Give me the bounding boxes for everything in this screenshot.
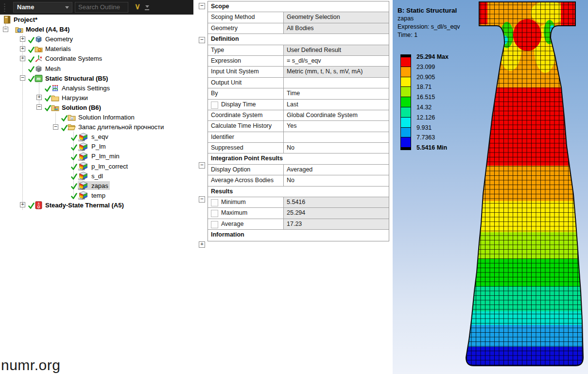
details-value[interactable]: No <box>284 175 389 186</box>
details-value[interactable]: Averaged <box>284 165 389 175</box>
search-outline-input[interactable]: Search Outline <box>75 2 128 13</box>
details-value[interactable]: No <box>284 143 389 153</box>
tree-item-p-lm-correct[interactable]: p_lm_correct <box>0 161 193 171</box>
section-collapse-icon[interactable]: − <box>199 162 205 169</box>
tree-item-project[interactable]: Project* <box>0 15 193 25</box>
tree-item-static-structural-b5[interactable]: −Static Structural (B5) <box>0 73 193 83</box>
tree-item-body[interactable]: Coordinate Systems <box>35 54 104 63</box>
tree-item-temp[interactable]: temp <box>0 190 193 200</box>
tree-item-materials[interactable]: +Materials <box>0 44 193 54</box>
tree-item-solution-b6[interactable]: −Solution (B6) <box>0 102 193 112</box>
section-collapse-icon[interactable]: − <box>199 196 205 203</box>
details-section-header-information[interactable]: Information <box>208 230 389 240</box>
tree-item-body[interactable]: Mesh <box>35 64 62 73</box>
section-collapse-icon[interactable]: − <box>199 37 205 43</box>
details-value[interactable]: 17.23 <box>284 219 389 229</box>
details-value[interactable]: 25.294 <box>284 208 389 218</box>
tree-item-s-dl[interactable]: s_dl <box>0 171 193 181</box>
details-value[interactable]: = s_dl/s_eqv <box>284 56 389 66</box>
expand-icon[interactable]: + <box>20 56 25 61</box>
details-label: Minimum <box>208 197 284 207</box>
expand-icon[interactable]: + <box>20 202 25 207</box>
status-check-icon <box>71 144 77 151</box>
tree-item-body[interactable]: Project* <box>3 16 39 24</box>
checkbox[interactable] <box>211 102 218 109</box>
details-label-text: Average Across Bodies <box>211 177 274 184</box>
tree-item-body[interactable]: Model (A4, B4) <box>15 25 71 34</box>
checkbox[interactable] <box>211 199 218 206</box>
tree-item-steady-state-thermal-a5[interactable]: +Steady-State Thermal (A5) <box>0 200 193 210</box>
tree-item-body[interactable]: zapas <box>78 181 110 190</box>
details-section-header-results[interactable]: Results <box>208 187 389 197</box>
tree-item-solution-information[interactable]: Solution Information <box>0 113 193 122</box>
details-label-text: Type <box>211 47 224 53</box>
tree-item-body[interactable]: Analysis Settings <box>51 84 111 92</box>
tree-item-p-lm-min[interactable]: P_lm_min <box>0 152 193 161</box>
details-section-header-scope[interactable]: Scope <box>208 1 389 12</box>
checkbox[interactable] <box>211 221 218 228</box>
details-row-geometry: GeometryAll Bodies <box>208 23 389 34</box>
tree-item-body[interactable]: Запас длительной прочности <box>68 123 165 132</box>
details-section-header-definition[interactable]: Definition <box>208 34 389 45</box>
section-collapse-icon[interactable]: − <box>199 3 205 9</box>
toolbar-grip-handle[interactable] <box>3 3 6 12</box>
status-check-icon <box>28 47 35 53</box>
tree-item-body[interactable]: Steady-State Thermal (A5) <box>35 201 125 209</box>
details-value[interactable] <box>284 78 389 88</box>
tree-item-zapas[interactable]: zapas <box>0 181 193 190</box>
details-value[interactable]: Geometry Selection <box>284 12 389 22</box>
tree-item-body[interactable]: temp <box>78 191 107 200</box>
details-value[interactable]: 5.5416 <box>284 197 389 207</box>
details-value[interactable]: All Bodies <box>284 23 389 34</box>
details-value[interactable]: Time <box>284 88 389 99</box>
tree-item-запас-длительной-прочности[interactable]: −Запас длительной прочности <box>0 122 193 132</box>
contour-mesh-plot[interactable] <box>393 0 588 374</box>
tree-item-mesh[interactable]: Mesh <box>0 64 193 73</box>
tree-item-body[interactable]: Static Structural (B5) <box>35 74 109 83</box>
tree-item-p-lm[interactable]: P_lm <box>0 142 193 152</box>
details-label-text: Output Unit <box>211 79 242 86</box>
tree-item-body[interactable]: Geometry <box>35 35 74 44</box>
tree-item-analysis-settings[interactable]: Analysis Settings <box>0 83 193 93</box>
graphics-viewport[interactable]: B: Static Structural zapas Expression: s… <box>393 0 588 374</box>
tree-item-body[interactable]: P_lm <box>78 142 107 151</box>
status-check-icon <box>28 56 35 63</box>
details-section-header-integration-point-results[interactable]: Integration Point Results <box>208 153 389 164</box>
expand-icon[interactable]: + <box>20 36 25 42</box>
tree-item-body[interactable]: s_dl <box>78 171 104 180</box>
tree-item-label: temp <box>91 191 107 200</box>
tree-item-label: Запас длительной прочности <box>78 123 165 131</box>
tree-item-coordinate-systems[interactable]: +Coordinate Systems <box>0 54 193 64</box>
expand-icon[interactable]: + <box>20 46 25 51</box>
tree-item-body[interactable]: Нагрузки <box>51 93 89 102</box>
tree-item-model-a4-b4[interactable]: −Model (A4, B4) <box>0 25 193 34</box>
tree-item-body[interactable]: P_lm_min <box>78 152 121 161</box>
details-label-text: Maximum <box>221 209 247 216</box>
details-value[interactable]: Last <box>284 100 389 110</box>
name-filter-dropdown[interactable]: Name <box>13 2 72 13</box>
tree-item-нагрузки[interactable]: +Нагрузки <box>0 93 193 102</box>
toolbar-overflow-icon[interactable] <box>145 4 149 10</box>
details-value[interactable]: Global Coordinate System <box>284 110 389 120</box>
details-value[interactable]: User Defined Result <box>284 45 389 55</box>
collapse-icon[interactable]: − <box>20 75 25 81</box>
details-value[interactable]: Yes <box>284 121 389 131</box>
expand-icon[interactable]: + <box>36 95 42 100</box>
collapse-icon[interactable]: − <box>3 27 8 32</box>
tree-item-s-eqv[interactable]: s_eqv <box>0 132 193 142</box>
details-label-text: Minimum <box>221 199 246 205</box>
tree-item-body[interactable]: Materials <box>35 45 72 53</box>
collapse-icon[interactable]: − <box>36 104 42 110</box>
tree-item-body[interactable]: s_eqv <box>78 133 110 141</box>
section-expand-icon[interactable]: + <box>199 241 205 248</box>
status-check-icon <box>45 95 51 102</box>
collapse-icon[interactable]: − <box>53 124 58 130</box>
details-value[interactable] <box>284 132 389 142</box>
tree-item-geometry[interactable]: +Geometry <box>0 34 193 44</box>
details-value[interactable]: Metric (mm, t, N, s, mV, mA) <box>284 67 389 77</box>
tree-item-body[interactable]: p_lm_correct <box>78 162 129 170</box>
checkbox[interactable] <box>211 210 218 217</box>
tree-item-body[interactable]: Solution Information <box>68 113 136 122</box>
expand-collapse-chevron-icon[interactable]: ∨ <box>132 0 143 13</box>
tree-item-body[interactable]: Solution (B6) <box>51 103 103 112</box>
